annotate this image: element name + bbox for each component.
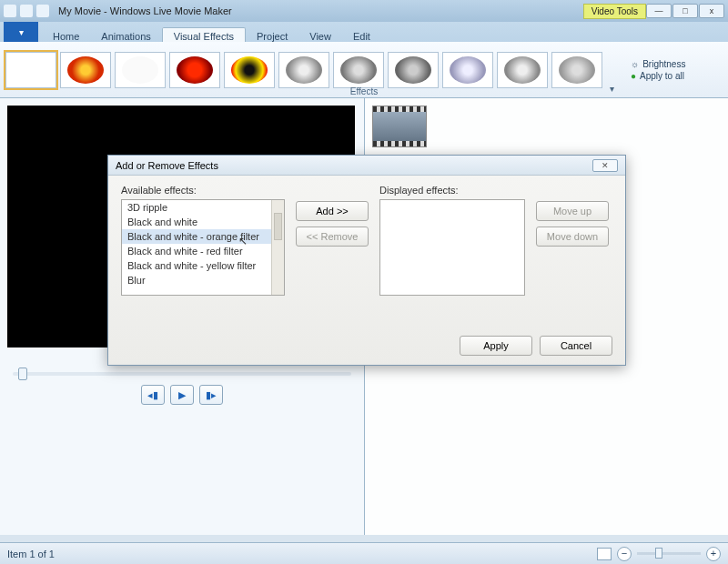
scrollbar-thumb[interactable] bbox=[274, 213, 282, 240]
effect-thumb-0[interactable] bbox=[5, 52, 56, 88]
move-up-button[interactable]: Move up bbox=[536, 201, 609, 221]
status-bar: Item 1 of 1 − + bbox=[0, 542, 728, 564]
list-item[interactable]: Black and white - yellow filter bbox=[122, 258, 284, 273]
seek-thumb[interactable] bbox=[18, 368, 27, 380]
seek-slider[interactable] bbox=[13, 372, 351, 376]
available-effects-list[interactable]: 3D rippleBlack and whiteBlack and white … bbox=[121, 199, 285, 296]
effect-thumb-4[interactable] bbox=[224, 52, 275, 88]
prev-frame-button[interactable]: ◂▮ bbox=[141, 385, 165, 405]
view-toggle-icon[interactable] bbox=[597, 548, 612, 560]
move-down-button[interactable]: Move down bbox=[536, 227, 609, 247]
window-minimize-button[interactable]: — bbox=[646, 4, 672, 18]
add-button[interactable]: Add >> bbox=[296, 201, 369, 221]
list-item[interactable]: Black and white - orange filter bbox=[122, 229, 284, 244]
timeline-clip[interactable] bbox=[372, 106, 427, 147]
ribbon-effects-gallery: ▾ ☼Brightness ●Apply to all Effects bbox=[0, 42, 728, 98]
window-close-button[interactable]: x bbox=[699, 4, 724, 18]
cancel-button[interactable]: Cancel bbox=[540, 336, 612, 356]
quick-access-toolbar bbox=[4, 5, 49, 17]
zoom-thumb[interactable] bbox=[655, 548, 662, 559]
play-button[interactable]: ▶ bbox=[170, 385, 194, 405]
apply-to-all-button[interactable]: ●Apply to all bbox=[631, 71, 685, 81]
zoom-out-button[interactable]: − bbox=[617, 547, 632, 561]
effect-thumb-5[interactable] bbox=[278, 52, 329, 88]
effect-thumb-1[interactable] bbox=[60, 52, 111, 88]
list-item[interactable]: Black and white bbox=[122, 215, 284, 229]
gallery-more-icon[interactable]: ▾ bbox=[610, 84, 614, 94]
list-item[interactable]: 3D ripple bbox=[122, 200, 284, 215]
qat-redo-icon[interactable] bbox=[36, 5, 49, 17]
ribbon-tab-strip: ▾ HomeAnimationsVisual EffectsProjectVie… bbox=[0, 22, 728, 42]
effect-thumb-2[interactable] bbox=[115, 52, 166, 88]
ribbon-group-label: Effects bbox=[350, 86, 378, 96]
available-effects-label: Available effects: bbox=[121, 185, 285, 196]
window-title: My Movie - Windows Live Movie Maker bbox=[58, 5, 583, 16]
list-item[interactable]: Black and white - red filter bbox=[122, 244, 284, 258]
remove-button[interactable]: << Remove bbox=[296, 227, 369, 247]
list-scrollbar[interactable] bbox=[271, 200, 284, 295]
effect-thumb-8[interactable] bbox=[442, 52, 493, 88]
zoom-slider[interactable] bbox=[637, 552, 701, 555]
file-menu-button[interactable]: ▾ bbox=[4, 22, 38, 42]
contextual-tab-video-tools[interactable]: Video Tools bbox=[583, 4, 646, 19]
effect-thumb-9[interactable] bbox=[497, 52, 548, 88]
displayed-effects-label: Displayed effects: bbox=[379, 185, 525, 196]
effect-thumb-7[interactable] bbox=[388, 52, 439, 88]
effect-thumb-3[interactable] bbox=[169, 52, 220, 88]
apply-all-label: Apply to all bbox=[640, 71, 684, 81]
apply-button[interactable]: Apply bbox=[460, 336, 532, 356]
qat-undo-icon[interactable] bbox=[20, 5, 33, 17]
apply-all-icon: ● bbox=[631, 71, 636, 81]
title-bar: My Movie - Windows Live Movie Maker Vide… bbox=[0, 0, 728, 22]
window-maximize-button[interactable]: □ bbox=[672, 4, 698, 18]
brightness-button[interactable]: ☼Brightness bbox=[631, 59, 685, 69]
status-text: Item 1 of 1 bbox=[7, 549, 55, 559]
displayed-effects-list[interactable] bbox=[379, 199, 525, 296]
dialog-close-button[interactable]: ✕ bbox=[592, 159, 618, 172]
list-item[interactable]: Blur bbox=[122, 273, 284, 287]
dialog-title-bar[interactable]: Add or Remove Effects ✕ bbox=[108, 156, 625, 176]
qat-save-icon[interactable] bbox=[4, 5, 16, 17]
next-frame-button[interactable]: ▮▸ bbox=[199, 385, 223, 405]
brightness-label: Brightness bbox=[642, 59, 685, 69]
zoom-in-button[interactable]: + bbox=[706, 547, 721, 561]
add-remove-effects-dialog: Add or Remove Effects ✕ Available effect… bbox=[107, 155, 626, 366]
brightness-icon: ☼ bbox=[631, 59, 639, 69]
effect-thumb-6[interactable] bbox=[333, 52, 384, 88]
dialog-title: Add or Remove Effects bbox=[116, 160, 218, 171]
effect-thumb-10[interactable] bbox=[551, 52, 602, 88]
